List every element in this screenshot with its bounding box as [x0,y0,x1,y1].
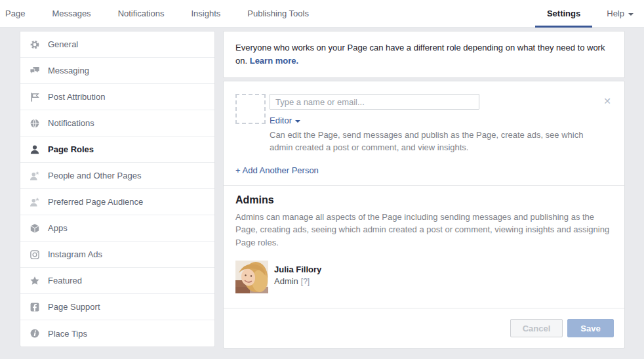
flag-icon [29,91,40,102]
top-nav: Page Messages Notifications Insights Pub… [0,0,644,28]
admins-title: Admins [235,194,613,206]
instagram-icon [29,249,40,260]
chevron-down-icon [628,13,634,16]
add-person-section: Editor Can edit the Page, send messages … [224,81,624,185]
role-description: Can edit the Page, send messages and pub… [270,129,601,154]
role-dropdown-label: Editor [270,116,292,125]
nav-item-insights[interactable]: Insights [191,9,220,18]
roles-card: Editor Can edit the Page, send messages … [223,81,625,348]
nav-item-notifications[interactable]: Notifications [118,9,165,18]
role-dropdown[interactable]: Editor [270,116,300,125]
sidebar-item-label: General [48,39,78,49]
role-help-link[interactable]: [?] [301,277,310,286]
close-icon[interactable]: ✕ [601,95,614,107]
sidebar-item-label: Place Tips [48,329,87,339]
settings-tab-label: Settings [547,9,580,18]
nav-item-messages[interactable]: Messages [52,9,91,18]
save-button[interactable]: Save [567,319,614,337]
person-icon [29,144,40,155]
person-star-icon [29,196,40,207]
sidebar-item-apps[interactable]: Apps [20,215,214,242]
sidebar-item-instagram-ads[interactable]: Instagram Ads [20,242,214,268]
sidebar-item-label: Notifications [48,118,94,128]
sidebar-item-label: Post Attribution [48,92,105,102]
page-roles-panel: Everyone who works on your Page can have… [223,31,625,348]
sidebar-item-general[interactable]: General [20,32,214,58]
sidebar-item-label: People and Other Pages [48,171,141,180]
cube-icon [29,222,40,234]
sidebar-item-label: Preferred Page Audience [48,197,143,207]
settings-sidebar: General Messaging Post Attribution Notif… [20,31,215,347]
sidebar-item-place-tips[interactable]: Place Tips [20,320,214,347]
sidebar-item-post-attribution[interactable]: Post Attribution [20,84,214,110]
chevron-down-icon [295,120,300,123]
globe-icon [29,117,40,129]
admins-section: Admins Admins can manage all aspects of … [224,185,624,308]
gear-icon [29,39,40,50]
avatar [235,261,268,293]
facebook-icon [29,301,40,312]
form-footer: Cancel Save [224,308,624,348]
nav-help-menu[interactable]: Help [607,9,634,18]
sidebar-item-preferred-page-audience[interactable]: Preferred Page Audience [20,189,214,215]
top-nav-right: Settings Help [535,0,644,27]
help-menu-label: Help [607,9,624,18]
sidebar-item-label: Featured [48,276,82,285]
member-role-label: Admin [274,276,298,286]
person-star-icon [29,170,40,181]
avatar-placeholder [235,94,266,124]
sidebar-item-people-and-other-pages[interactable]: People and Other Pages [20,163,214,189]
nav-item-publishing-tools[interactable]: Publishing Tools [247,9,309,18]
member-name: Julia Fillory [274,264,321,274]
sidebar-item-page-support[interactable]: Page Support [20,294,214,320]
sidebar-item-label: Messaging [48,66,89,75]
sidebar-item-label: Page Roles [48,144,94,154]
chat-bubbles-icon [29,65,40,76]
sidebar-item-notifications[interactable]: Notifications [20,110,214,137]
star-icon [29,275,40,286]
intro-card: Everyone who works on your Page can have… [223,31,625,78]
sidebar-item-label: Instagram Ads [48,249,102,259]
top-nav-left: Page Messages Notifications Insights Pub… [5,9,309,18]
admins-description: Admins can manage all aspects of the Pag… [235,211,613,249]
admin-member-row: Julia Fillory Admin[?] [235,261,613,293]
nav-tab-settings[interactable]: Settings [535,0,592,27]
add-another-person-link[interactable]: + Add Another Person [235,165,319,175]
person-search-input[interactable] [270,94,479,110]
info-icon [29,328,40,339]
sidebar-item-messaging[interactable]: Messaging [20,58,214,84]
learn-more-link[interactable]: Learn more. [250,56,298,66]
cancel-button[interactable]: Cancel [510,319,563,337]
member-role: Admin[?] [274,276,321,286]
sidebar-item-label: Apps [48,223,68,233]
nav-item-page[interactable]: Page [5,9,25,18]
sidebar-item-featured[interactable]: Featured [20,268,214,294]
sidebar-item-label: Page Support [48,302,100,312]
sidebar-item-page-roles[interactable]: Page Roles [20,137,214,163]
